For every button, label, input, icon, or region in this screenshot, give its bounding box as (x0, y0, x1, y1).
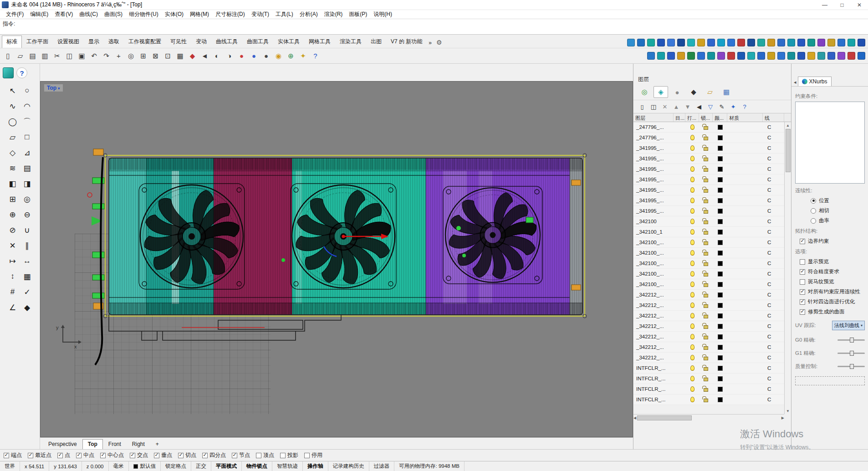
layer-visibility-toggle[interactable] (685, 145, 699, 151)
status-cell[interactable]: 世界 (0, 461, 20, 471)
ribbon-tab[interactable]: 工作视窗配置 (124, 36, 166, 48)
gear-icon[interactable]: ⚙ (434, 38, 445, 48)
status-cell[interactable]: 过滤器 (369, 461, 395, 471)
menu-item[interactable]: 面板(P) (346, 10, 370, 18)
menu-item[interactable]: 变动(T) (248, 10, 272, 18)
menu-item[interactable]: 尺寸标注(D) (212, 10, 248, 18)
viewport-tab[interactable]: Top (82, 439, 103, 449)
slider[interactable] (837, 366, 865, 367)
sidebar-tool-icon[interactable]: ▤ (20, 160, 35, 176)
layer-linetype-cell[interactable]: C (763, 355, 784, 360)
plugin-icon[interactable] (757, 52, 765, 60)
layer-linetype-cell[interactable]: C (763, 334, 784, 339)
plugin-icon[interactable] (858, 39, 865, 46)
plugin-icon[interactable] (687, 39, 695, 46)
ribbon-tab[interactable]: 标准 (2, 36, 22, 48)
layer-row[interactable]: _342100 C (633, 216, 784, 227)
layer-visibility-toggle[interactable] (685, 187, 699, 193)
ribbon-tab[interactable]: 实体工具 (273, 36, 304, 48)
plugin-icon[interactable] (797, 39, 805, 46)
sidebar-tool-icon[interactable]: ○ (20, 83, 35, 98)
osnap-checkbox[interactable]: 四分点 (202, 451, 226, 459)
layer-visibility-toggle[interactable] (685, 282, 699, 287)
sidebar-tool-icon[interactable]: ◠ (20, 98, 35, 114)
layer-row[interactable]: _342100_... C (633, 258, 784, 269)
continuity-radio[interactable]: 相切 (811, 207, 865, 214)
close-button[interactable]: ✕ (851, 0, 868, 10)
layer-row[interactable]: _341995_... C (633, 195, 784, 206)
toolbar-icon[interactable]: ▤ (26, 50, 39, 62)
gpu-model[interactable] (41, 82, 633, 437)
layer-linetype-cell[interactable]: C (763, 229, 784, 235)
menu-item[interactable]: 网格(M) (187, 10, 212, 18)
toolbar-icon[interactable]: ▦ (174, 50, 186, 62)
slider-thumb[interactable] (850, 351, 854, 356)
layer-row[interactable]: _341995_... C (633, 164, 784, 174)
plugin-icon[interactable] (747, 39, 755, 46)
layer-linetype-cell[interactable]: C (763, 208, 784, 214)
toolbar-icon[interactable]: ◆ (186, 50, 199, 62)
command-input[interactable] (0, 27, 868, 35)
status-cell[interactable]: 物件锁点 (242, 461, 272, 471)
option-checkbox[interactable]: 修剪生成的曲面 (800, 308, 865, 315)
viewport-top[interactable]: Top▾ y x (40, 81, 633, 437)
continuity-radio[interactable]: 位置 (811, 197, 865, 204)
layer-lock-toggle[interactable] (699, 271, 713, 276)
toolbar-icon[interactable]: ↷ (100, 50, 112, 62)
layer-color-cell[interactable] (713, 230, 727, 235)
plugin-icon[interactable] (827, 52, 835, 60)
layer-row[interactable]: INTFCLR_... C (633, 394, 784, 405)
uv-tracking-dropdown[interactable]: 法线到曲线 ▾ (832, 321, 865, 330)
ribbon-tab[interactable]: 变动 (191, 36, 211, 48)
layer-linetype-cell[interactable]: C (763, 386, 784, 392)
osnap-checkbox[interactable]: 中心点 (100, 451, 124, 459)
layer-linetype-cell[interactable]: C (763, 261, 784, 266)
status-cell[interactable]: y 131.643 (49, 461, 82, 471)
topology-checkbox[interactable]: 边界约束 (800, 238, 865, 245)
layer-linetype-cell[interactable]: C (763, 166, 784, 172)
layer-lock-toggle[interactable] (699, 386, 713, 392)
status-cell[interactable]: 平面模式 (211, 461, 242, 471)
layer-row[interactable]: _247796_... C (633, 133, 784, 143)
tab-xnurbs[interactable]: XNurbs (798, 77, 832, 86)
viewport-tab[interactable]: + (150, 439, 164, 449)
plugin-icon[interactable] (737, 39, 745, 46)
layer-linetype-cell[interactable]: C (763, 219, 784, 224)
slider[interactable] (837, 353, 865, 354)
plugin-icon[interactable] (797, 52, 805, 60)
menu-item[interactable]: 分析(A) (296, 10, 321, 18)
layer-color-cell[interactable] (713, 387, 727, 392)
layer-lock-toggle[interactable] (699, 187, 713, 193)
osnap-checkbox[interactable]: 停用 (304, 451, 322, 459)
layer-lock-toggle[interactable] (699, 302, 713, 308)
layer-lock-toggle[interactable] (699, 240, 713, 245)
layer-row[interactable]: _342100_... C (633, 248, 784, 258)
layer-lock-toggle[interactable] (699, 198, 713, 203)
layer-color-cell[interactable] (713, 376, 727, 381)
layers-tool-icon[interactable]: ▯ (637, 102, 647, 111)
layer-lock-toggle[interactable] (699, 323, 713, 329)
layer-visibility-toggle[interactable] (685, 344, 699, 350)
osnap-checkbox[interactable]: 交点 (130, 451, 148, 459)
osnap-checkbox[interactable]: 最近点 (28, 451, 51, 459)
layers-table-header[interactable]: 图层 目... 打... 锁... 颜... 材质 线 (633, 113, 791, 122)
layer-linetype-cell[interactable]: C (763, 282, 784, 287)
toolbar-icon[interactable]: ⊡ (162, 50, 174, 62)
plugin-icon[interactable] (717, 52, 725, 60)
plugin-icon[interactable] (817, 39, 825, 46)
toolbar-icon[interactable]: ◫ (63, 50, 76, 62)
layer-color-cell[interactable] (713, 355, 727, 360)
scrollbar-thumb[interactable] (786, 129, 791, 172)
plugin-icon[interactable] (777, 52, 785, 60)
layer-linetype-cell[interactable]: C (763, 365, 784, 371)
option-checkbox[interactable]: 显示预览 (800, 258, 865, 265)
plugin-icon[interactable] (657, 39, 665, 46)
layer-visibility-toggle[interactable] (685, 240, 699, 245)
layers-tool-icon[interactable]: ✦ (728, 102, 738, 111)
layer-linetype-cell[interactable]: C (763, 135, 784, 140)
plugin-icon[interactable] (707, 52, 715, 60)
layer-row[interactable]: INTFCLR_... C (633, 384, 784, 394)
layer-row[interactable]: _342212_... C (633, 353, 784, 363)
status-cell[interactable]: 正交 (191, 461, 211, 471)
plugin-icon[interactable] (757, 39, 765, 46)
